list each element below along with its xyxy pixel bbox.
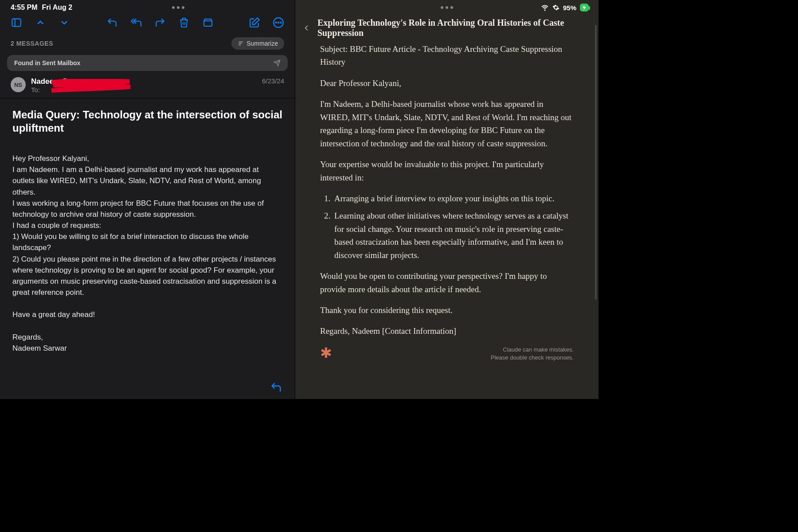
messages-count: 2 MESSAGES: [11, 40, 53, 47]
status-date: Fri Aug 2: [42, 4, 72, 12]
reply-button-floating[interactable]: [270, 381, 282, 394]
response-subject: Subject: BBC Future Article - Technology…: [320, 43, 574, 69]
forward-icon[interactable]: [154, 17, 166, 28]
disclaimer-line2: Please double check responses.: [491, 354, 574, 362]
trash-icon[interactable]: [178, 17, 190, 28]
mailbox-location-banner[interactable]: Found in Sent Mailbox: [7, 55, 288, 71]
status-bar-left: 4:55 PM Fri Aug 2: [0, 0, 295, 13]
body-p4: 1) Would you be willing to sit for a bri…: [12, 231, 282, 253]
claude-logo-icon: ✱: [320, 346, 332, 360]
response-p3: Would you be open to contributing your p…: [320, 270, 574, 296]
summarize-label: Summarize: [246, 40, 278, 47]
to-prefix: To:: [31, 86, 40, 94]
sender-name: Nadeem Sarwar: [31, 77, 257, 86]
compose-icon[interactable]: [249, 17, 260, 28]
response-p1: I'm Nadeem, a Delhi-based journalist who…: [320, 98, 574, 150]
svg-point-6: [280, 22, 281, 23]
avatar: NS: [11, 77, 26, 92]
response-list: Arranging a brief interview to explore y…: [332, 192, 574, 262]
sidebar-toggle-icon[interactable]: [11, 17, 22, 28]
claude-header: Exploring Technology's Role in Archiving…: [295, 12, 598, 43]
body-p1: I am Nadeem. I am a Delhi-based journali…: [12, 164, 282, 197]
response-greeting: Dear Professor Kalyani,: [320, 77, 574, 90]
more-icon[interactable]: [273, 17, 284, 28]
sent-arrow-icon: [274, 59, 281, 66]
body-greeting: Hey Professor Kalyani,: [12, 153, 282, 164]
body-p6: Have a great day ahead!: [12, 309, 282, 320]
battery-icon: [580, 4, 589, 12]
multitask-dots-icon[interactable]: [172, 6, 184, 9]
svg-point-4: [276, 22, 277, 23]
mail-body[interactable]: Media Query: Technology at the intersect…: [0, 98, 295, 399]
claude-response-body[interactable]: Subject: BBC Future Article - Technology…: [295, 43, 598, 399]
svg-point-5: [278, 22, 279, 23]
message-header-row[interactable]: NS Nadeem Sarwar To: 6/23/24: [0, 71, 295, 98]
svg-rect-2: [204, 21, 212, 26]
battery-percent: 95%: [563, 4, 576, 12]
body-p3: I had a couple of requests:: [12, 220, 282, 231]
chevron-down-icon[interactable]: [59, 17, 70, 28]
claude-app-pane: 95% Exploring Technology's Role in Archi…: [295, 0, 598, 399]
back-button[interactable]: [303, 22, 311, 34]
response-p4: Thank you for considering this request.: [320, 304, 574, 317]
response-p5: Regards, Nadeem [Contact Information]: [320, 325, 574, 337]
body-p5: 2) Could you please point me in the dire…: [12, 254, 282, 298]
summarize-button[interactable]: Summarize: [231, 37, 284, 50]
body-p7: Regards,: [12, 332, 282, 343]
scrollbar[interactable]: [595, 25, 597, 300]
disclaimer-line1: Claude can make mistakes.: [491, 346, 574, 354]
mail-app-pane: 4:55 PM Fri Aug 2: [0, 0, 295, 399]
status-bar-right: 95%: [295, 0, 598, 12]
body-p2: I was working a long-form project for BB…: [12, 198, 282, 220]
gear-icon: [552, 4, 559, 11]
body-p8: Nadeem Sarwar: [12, 343, 282, 354]
mail-subject: Media Query: Technology at the intersect…: [12, 108, 282, 135]
multitask-dots-icon[interactable]: [441, 6, 453, 9]
archive-icon[interactable]: [202, 17, 214, 28]
response-li2: Learning about other initiatives where t…: [332, 209, 574, 262]
sent-date: 6/23/24: [262, 77, 284, 85]
conversation-title: Exploring Technology's Role in Archiving…: [317, 18, 589, 38]
svg-marker-12: [583, 5, 586, 10]
response-p2: Your expertise would be invaluable to th…: [320, 158, 574, 184]
svg-rect-0: [12, 19, 21, 26]
chevron-up-icon[interactable]: [35, 17, 46, 28]
status-time: 4:55 PM: [11, 4, 37, 12]
found-label: Found in Sent Mailbox: [14, 59, 80, 66]
response-li1: Arranging a brief interview to explore y…: [332, 192, 574, 205]
wifi-icon: [541, 4, 549, 12]
mail-toolbar: [0, 13, 295, 32]
reply-icon[interactable]: [106, 17, 118, 28]
reply-all-icon[interactable]: [130, 17, 142, 28]
messages-count-row: 2 MESSAGES Summarize: [0, 32, 295, 55]
